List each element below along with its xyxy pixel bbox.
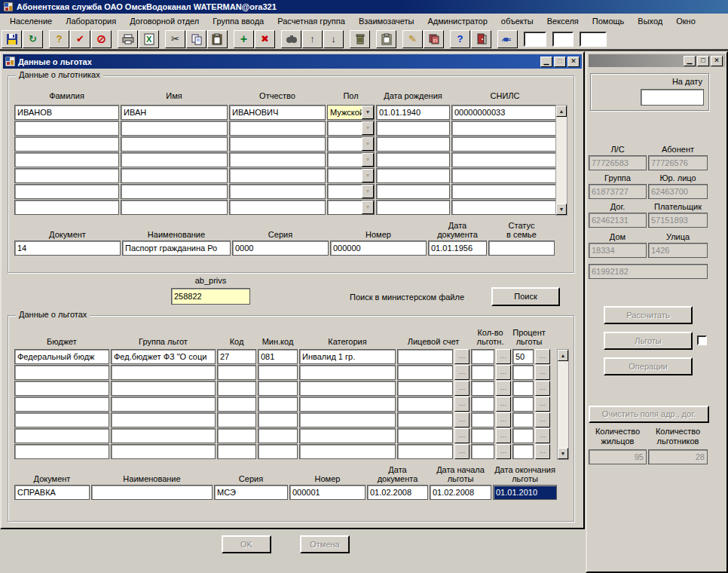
scroll-down-icon[interactable]: ▼ (558, 448, 568, 459)
cut-button[interactable]: ✂ (165, 30, 185, 48)
account-ellipsis-button[interactable]: … (454, 444, 470, 459)
dialog-titlebar[interactable]: Данные о льготах ▁ □ ✕ (3, 54, 582, 69)
print-button[interactable] (118, 30, 138, 48)
percent-ellipsis-button[interactable]: … (535, 365, 550, 380)
gender-combobox[interactable]: ▼ (327, 168, 375, 183)
account-ellipsis-button[interactable]: … (454, 397, 470, 412)
privilege-group-cell[interactable] (111, 444, 216, 459)
document-code-cell[interactable]: СПРАВКА (14, 485, 90, 500)
move-down-button[interactable]: ↓ (323, 30, 344, 48)
scroll-down-icon[interactable]: ▼ (556, 204, 567, 215)
menu-vekselya[interactable]: Векселя (540, 15, 586, 27)
lastname-cell[interactable]: ИВАНОВ (14, 105, 119, 120)
scroll-up-icon[interactable]: ▲ (556, 106, 567, 117)
snils-cell[interactable] (451, 121, 558, 136)
percent-cell[interactable] (512, 444, 534, 459)
lastname-cell[interactable] (14, 200, 119, 215)
code-cell[interactable] (217, 412, 256, 427)
middlename-cell[interactable] (229, 168, 326, 183)
min-code-cell[interactable] (258, 397, 298, 412)
min-code-cell[interactable]: 081 (258, 349, 298, 364)
calculate-button[interactable]: Рассчитать (604, 306, 693, 324)
count-cell[interactable] (471, 412, 494, 427)
category-cell[interactable] (299, 397, 396, 412)
menu-pomosch[interactable]: Помощь (586, 15, 632, 27)
budget-cell[interactable] (14, 412, 109, 427)
percent-ellipsis-button[interactable]: … (535, 397, 550, 412)
code-cell[interactable] (217, 444, 256, 459)
account-cell[interactable] (397, 428, 453, 443)
min-code-cell[interactable] (258, 381, 298, 396)
category-cell[interactable] (299, 428, 396, 443)
gender-combobox[interactable]: ▼ (327, 121, 375, 136)
panel-titlebar[interactable]: ▁ □ ✕ (589, 54, 725, 67)
percent-cell[interactable] (512, 397, 534, 412)
firstname-cell[interactable] (121, 184, 228, 199)
snils-cell[interactable] (451, 168, 558, 183)
firstname-cell[interactable] (121, 136, 228, 152)
cancel-button[interactable]: Отмена (300, 535, 350, 553)
trash-button[interactable] (350, 30, 370, 48)
percent-ellipsis-button[interactable]: … (535, 444, 550, 459)
account-cell[interactable] (397, 397, 453, 412)
beneficiaries-scrollbar[interactable]: ▲ ▼ (555, 105, 567, 216)
percent-cell[interactable]: 50 (512, 349, 534, 364)
firstname-cell[interactable] (121, 200, 228, 215)
edit-note-button[interactable]: ✎ (402, 30, 423, 48)
category-cell[interactable] (299, 412, 396, 427)
menu-naselenie[interactable]: Население (3, 15, 59, 27)
firstname-cell[interactable]: ИВАН (121, 105, 228, 120)
account-ellipsis-button[interactable]: … (454, 349, 470, 364)
document-name-cell[interactable]: Паспорт гражданина Ро (122, 241, 231, 256)
dialog-maximize-button[interactable]: □ (554, 57, 566, 67)
count-ellipsis-button[interactable]: … (496, 349, 511, 364)
chevron-down-icon[interactable]: ▼ (362, 106, 374, 119)
document-series-cell[interactable]: МСЭ (214, 485, 288, 500)
code-cell[interactable] (217, 365, 256, 380)
copies-button[interactable]: FI (424, 30, 444, 48)
menu-gruppa-vvoda[interactable]: Группа ввода (206, 15, 271, 27)
document-date-cell[interactable]: 01.01.1956 (428, 241, 487, 256)
account-cell[interactable] (397, 365, 453, 380)
move-up-button[interactable]: ↑ (302, 30, 323, 48)
middlename-cell[interactable]: ИВАНОВИЧ (229, 105, 326, 120)
count-cell[interactable] (471, 397, 494, 412)
menu-obekty[interactable]: объекты (494, 15, 540, 27)
middlename-cell[interactable] (229, 121, 326, 136)
budget-cell[interactable] (14, 428, 109, 443)
count-cell[interactable] (471, 365, 494, 380)
count-cell[interactable] (471, 381, 494, 396)
privilege-group-cell[interactable]: Фед.бюджет ФЗ "О соци (111, 349, 216, 364)
dialog-close-button[interactable]: ✕ (567, 57, 580, 67)
menu-vzaimozachety[interactable]: Взаимозачеты (352, 15, 421, 27)
middlename-cell[interactable] (229, 136, 326, 152)
privilege-group-cell[interactable] (111, 381, 216, 396)
query-button[interactable]: ? (49, 30, 69, 48)
help-button[interactable]: ? (450, 30, 470, 48)
budget-cell[interactable] (14, 397, 109, 412)
lastname-cell[interactable] (14, 152, 119, 167)
percent-cell[interactable] (512, 381, 534, 396)
category-cell[interactable]: Инвалид 1 гр. (299, 349, 396, 364)
panel-minimize-button[interactable]: ▁ (684, 56, 696, 66)
account-ellipsis-button[interactable]: … (454, 412, 470, 427)
menu-dogovornoy-otdel[interactable]: Договорной отдел (123, 15, 206, 27)
gender-combobox[interactable]: ▼ (327, 200, 375, 215)
exit-button[interactable] (471, 30, 491, 48)
start-date-cell[interactable]: 01.02.2008 (430, 485, 491, 500)
category-cell[interactable] (299, 381, 396, 396)
budget-cell[interactable] (14, 444, 109, 459)
snils-cell[interactable]: 00000000033 (451, 105, 558, 120)
birthdate-cell[interactable] (376, 121, 450, 136)
birthdate-cell[interactable] (376, 184, 450, 199)
menu-okno[interactable]: Окно (669, 15, 702, 27)
lastname-cell[interactable] (14, 121, 119, 136)
birthdate-cell[interactable] (376, 200, 450, 215)
snils-cell[interactable] (451, 184, 558, 199)
min-code-cell[interactable] (258, 428, 298, 443)
birthdate-cell[interactable]: 01.01.1940 (376, 105, 450, 120)
lastname-cell[interactable] (14, 184, 119, 199)
account-cell[interactable] (397, 349, 453, 364)
firstname-cell[interactable] (121, 121, 228, 136)
check-button[interactable]: ✔ (70, 30, 90, 48)
